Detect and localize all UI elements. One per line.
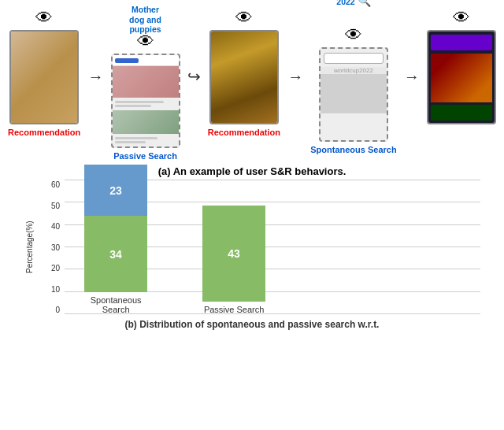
y-tick-20: 20 (51, 264, 60, 272)
search-body-sim: worldcup2022 (321, 67, 387, 74)
phone-rec1 (9, 30, 79, 124)
eye-icon-5: 👁 (453, 8, 470, 28)
wc-bar (431, 35, 492, 50)
behavior-item-passive: Motherdog andpuppies 👁 Passive Search (111, 8, 180, 161)
chart-inner: 60 50 40 30 20 10 0 (51, 180, 480, 314)
y-tick-10: 10 (51, 285, 60, 294)
label-passive: Passive Search (113, 151, 177, 161)
y-axis: 60 50 40 30 20 10 0 (51, 180, 60, 314)
behavior-item-spontaneous: World Cup2022 🔍 👁 worldcup2022 Spontaneo… (310, 8, 396, 154)
annotation-passive: Motherdog andpuppies (114, 5, 177, 35)
social-text2 (113, 134, 179, 146)
chart-wrapper: Percentage(%) 60 50 40 30 20 10 0 (24, 180, 480, 314)
social-text (113, 98, 179, 110)
social-header (113, 55, 179, 66)
y-tick-60: 60 (51, 180, 60, 189)
label-rec1: Recommendation (8, 128, 80, 137)
search-bar-sim (324, 53, 384, 64)
phone-rec2 (209, 30, 279, 124)
behavior-item-end: 👁 (427, 8, 496, 137)
food-image (211, 32, 277, 123)
social-img2 (113, 110, 179, 134)
chart-area: 23 34 Spontaneous Search 43 Passive Sear… (65, 180, 480, 314)
wc-bottom (431, 105, 492, 120)
arrow-2: → (287, 68, 303, 86)
bar-passive: 43 Passive Search (198, 206, 269, 314)
bar-spontaneous-yes: 34 (84, 216, 147, 292)
behaviors-row: 👁 Recommendation → Motherdog andpuppies … (8, 8, 496, 161)
y-tick-50: 50 (51, 202, 60, 210)
bottom-caption: (b) Distribution of spontaneous and pass… (24, 319, 480, 330)
y-tick-40: 40 (51, 222, 60, 231)
dog-image (11, 32, 77, 123)
y-tick-30: 30 (51, 243, 60, 252)
top-section: 👁 Recommendation → Motherdog andpuppies … (0, 0, 504, 177)
label-rec2: Recommendation (208, 128, 280, 137)
arrow-3: → (404, 68, 420, 86)
social-img1 (113, 66, 179, 98)
eye-icon-2: 👁 (137, 32, 154, 52)
annotation-worldcup: World Cup2022 🔍 (333, 0, 375, 7)
eye-icon-4: 👁 (345, 25, 362, 46)
phone-end (427, 30, 496, 124)
bar-spontaneous: 23 34 Spontaneous Search (80, 165, 151, 314)
eye-icon-3: 👁 (235, 8, 253, 28)
bar-spontaneous-no: 23 (84, 165, 147, 216)
y-tick-0: 0 (56, 306, 61, 314)
bar-passive-xlabel: Passive Search (198, 305, 269, 314)
label-spontaneous: Spontaneous Search (310, 145, 396, 154)
bars-group: 23 34 Spontaneous Search 43 Passive Sear… (65, 180, 480, 314)
bar-passive-yes: 43 (202, 206, 265, 302)
eye-icon-1: 👁 (35, 8, 53, 28)
arrow-curved: ↪ (187, 67, 201, 86)
keyboard-sim (321, 74, 387, 113)
worldcup-screen (428, 32, 495, 123)
chart-section: Percentage(%) 60 50 40 30 20 10 0 (0, 180, 504, 330)
bar-spontaneous-xlabel: Spontaneous Search (80, 295, 151, 314)
behavior-item-rec2: 👁 Recommendation (208, 8, 280, 137)
behavior-item-rec1: 👁 Recommendation (8, 8, 80, 137)
arrow-1: → (87, 68, 103, 86)
wc-image (431, 54, 492, 102)
phone-passive (111, 54, 180, 148)
phone-spontaneous: worldcup2022 (319, 47, 388, 142)
label-end (460, 128, 462, 137)
y-axis-title: Percentage(%) (25, 180, 34, 314)
